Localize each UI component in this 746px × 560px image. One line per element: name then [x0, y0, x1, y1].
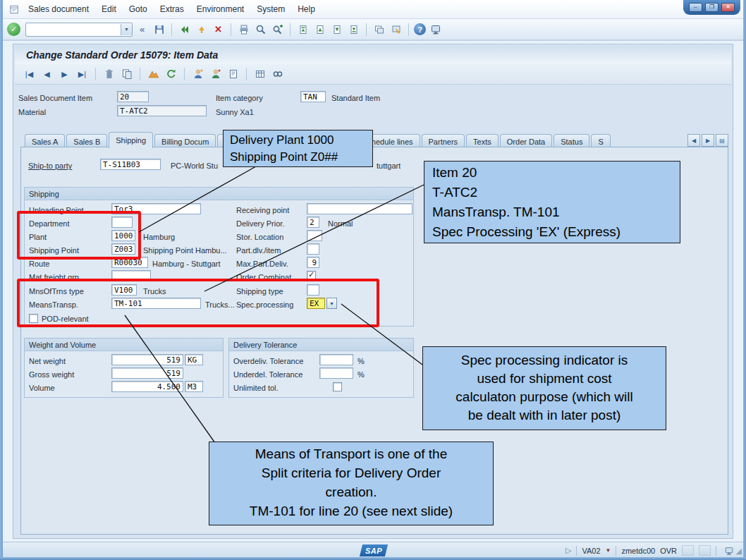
copy-item-icon[interactable] [119, 67, 134, 81]
screen-title-text: Change Standard Order 15079: Item Data [26, 49, 218, 61]
find-icon[interactable] [253, 23, 268, 37]
save-icon[interactable] [152, 23, 166, 37]
menu-extras[interactable]: Extras [154, 2, 190, 16]
first-item-button[interactable]: |◀ [22, 67, 37, 81]
exit-icon[interactable] [194, 23, 209, 37]
ship-to-party-desc-right: tuttgart [377, 160, 400, 171]
highlight-means-of-transport [17, 279, 379, 327]
net-weight-unit-field[interactable]: KG [185, 354, 203, 365]
change-partner-icon[interactable] [208, 67, 223, 81]
tab-partners[interactable]: Partners [422, 134, 465, 148]
shortcut-icon[interactable] [389, 23, 403, 37]
tab-shipping[interactable]: Shipping [109, 132, 153, 148]
statusbar-separator [616, 546, 616, 556]
next-page-icon[interactable] [329, 23, 344, 37]
menu-environment[interactable]: Environment [190, 2, 250, 16]
back-icon[interactable] [177, 23, 192, 37]
callout-means-of-transport: Means of Transport is one of the Split c… [209, 442, 494, 525]
collapse-icon[interactable]: « [135, 23, 149, 37]
item-category-field[interactable]: TAN [300, 91, 326, 102]
order-overview-icon[interactable] [252, 67, 267, 81]
underdelivery-tolerance-field[interactable] [319, 367, 353, 379]
delete-item-icon[interactable] [102, 67, 116, 81]
main-items-icon[interactable] [146, 67, 161, 81]
overdelivery-tolerance-unit: % [357, 355, 365, 367]
last-item-button[interactable]: ▶| [75, 67, 90, 81]
texts-icon[interactable] [226, 67, 240, 81]
toolbar-separator [95, 68, 96, 80]
close-button[interactable]: ✕ [721, 3, 735, 12]
maximize-button[interactable]: ❒ [705, 3, 719, 12]
overdelivery-tolerance-field[interactable] [319, 354, 353, 365]
tab-billing-document[interactable]: Billing Docum [154, 134, 216, 148]
command-field[interactable] [26, 24, 119, 35]
menu-edit[interactable]: Edit [95, 2, 123, 16]
message-expand-icon[interactable]: ▷ [565, 546, 571, 555]
connection-icon[interactable] [721, 544, 736, 558]
storage-location-field[interactable] [307, 230, 322, 241]
customize-layout-icon[interactable] [428, 23, 443, 37]
tab-scroll-left-icon[interactable]: ◀ [687, 134, 700, 147]
max-partial-deliveries-field[interactable]: 9 [307, 257, 319, 268]
material-field[interactable]: T-ATC2 [117, 105, 207, 116]
ship-to-party-label[interactable]: Ship-to party [28, 160, 72, 171]
tab-texts[interactable]: Texts [466, 134, 499, 148]
transaction-code[interactable]: VA02 [582, 547, 600, 555]
gross-weight-field[interactable]: 519 [111, 367, 183, 379]
print-icon[interactable] [236, 23, 251, 37]
find-next-icon[interactable] [270, 23, 285, 37]
screen-title: Change Standard Order 15079: Item Data [15, 46, 731, 65]
tab-list-icon[interactable]: ▤ [716, 134, 728, 147]
callout-delivery-plant: Delivery Plant 1000 Shipping Point Z0## [223, 130, 373, 167]
tab-status[interactable]: Status [554, 134, 589, 148]
tab-sales-b[interactable]: Sales B [66, 134, 107, 148]
refresh-icon[interactable] [164, 67, 178, 81]
receiving-point-field[interactable] [307, 203, 412, 214]
net-weight-field[interactable]: 519 [111, 354, 183, 365]
item-link-icon[interactable] [270, 67, 285, 81]
storage-location-label: Stor. Location [236, 231, 283, 243]
previous-page-icon[interactable] [312, 23, 327, 37]
item-category-desc: Standard Item [331, 92, 380, 104]
shipping-group-title-text: Shipping [29, 190, 59, 198]
ship-to-party-field[interactable]: T-S11B03 [100, 159, 161, 170]
callout-item-details: Item 20 T-ATC2 MansTransp. TM-101 Spec P… [424, 161, 680, 243]
menu-bar: Sales document Edit Goto Extras Environm… [3, 0, 743, 19]
tab-order-data[interactable]: Order Data [500, 134, 552, 148]
cancel-icon[interactable]: ✕ [211, 23, 226, 37]
delivery-priority-desc: Normal [328, 218, 353, 229]
volume-unit-field[interactable]: M3 [185, 381, 203, 392]
sales-document-item-field[interactable]: 20 [117, 91, 149, 102]
new-session-icon[interactable] [372, 23, 386, 37]
next-item-button[interactable]: ▶ [57, 67, 72, 81]
unlimited-tolerance-checkbox[interactable] [333, 382, 342, 391]
tab-scroll-right-icon[interactable]: ▶ [702, 134, 714, 147]
insert-mode-indicator[interactable]: OVR [660, 547, 677, 555]
delivery-priority-field[interactable]: 2 [307, 217, 319, 228]
transaction-dropdown-icon[interactable]: ▼ [606, 547, 611, 554]
system-menu-icon[interactable] [7, 2, 22, 16]
menu-help[interactable]: Help [291, 2, 322, 16]
first-page-icon[interactable] [295, 23, 310, 37]
previous-item-button[interactable]: ◀ [39, 67, 54, 81]
help-icon[interactable]: ? [414, 23, 426, 35]
ship-to-party-desc-left: PC-World Stu [171, 160, 218, 171]
material-desc: Sunny Xa1 [216, 106, 254, 118]
shipping-point-desc: Shipping Point Hambu... [143, 245, 233, 256]
partial-delivery-field[interactable] [307, 243, 319, 255]
tab-structure[interactable]: S [591, 134, 610, 148]
tab-sales-a[interactable]: Sales A [25, 134, 65, 148]
display-partner-icon[interactable] [190, 67, 205, 81]
delivery-priority-label: Delivery Prior. [236, 218, 284, 229]
menu-goto[interactable]: Goto [123, 2, 154, 16]
last-page-icon[interactable] [346, 23, 361, 37]
resize-grip-icon[interactable]: ◢ [736, 547, 742, 556]
enter-icon[interactable]: ✓ [7, 23, 20, 36]
menu-sales-document[interactable]: Sales document [22, 2, 95, 16]
volume-field[interactable]: 4.500 [111, 381, 183, 392]
minimize-button[interactable]: – [689, 3, 702, 12]
menu-system[interactable]: System [250, 2, 291, 16]
window-frame-left [0, 0, 3, 560]
command-field-wrap: ▼ [25, 23, 133, 37]
command-dropdown-icon[interactable]: ▼ [121, 24, 132, 35]
